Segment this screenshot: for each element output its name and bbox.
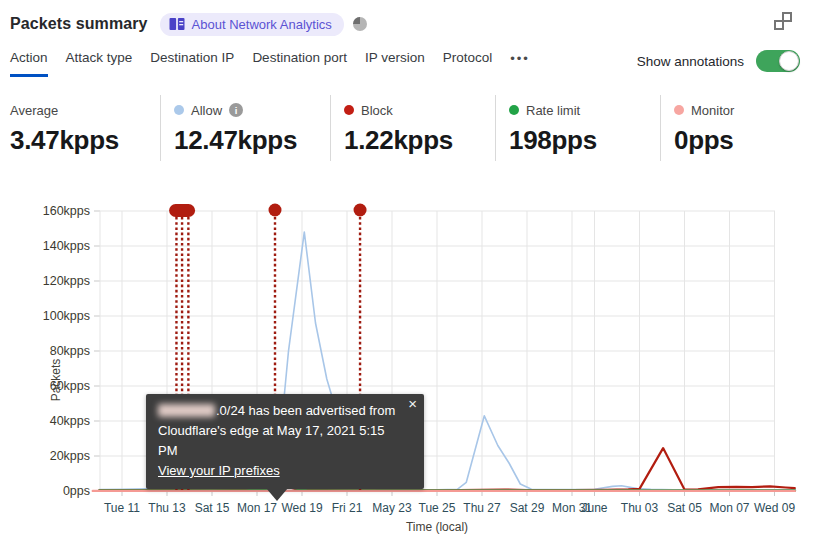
svg-text:Tue 11: Tue 11 — [104, 501, 140, 515]
tab-destination-port[interactable]: Destination port — [252, 50, 347, 77]
stat-label: Average — [10, 103, 58, 118]
svg-text:120kpps: 120kpps — [43, 274, 90, 288]
panel-header: Packets summary About Network Analytics — [10, 8, 806, 40]
svg-text:Mon 17: Mon 17 — [237, 501, 277, 515]
tooltip-line2: Cloudflare's edge at May 17, 2021 5:15 P… — [158, 421, 398, 461]
svg-text:40kpps: 40kpps — [50, 414, 90, 428]
stat-label: Block — [361, 103, 393, 118]
show-annotations-toggle[interactable] — [756, 50, 800, 72]
packets-time-series-chart: 0pps20kpps40kpps60kpps80kpps100kpps120kp… — [0, 195, 816, 545]
toggle-knob — [779, 51, 799, 71]
show-annotations-label: Show annotations — [637, 54, 744, 69]
svg-text:0pps: 0pps — [63, 484, 90, 498]
page-title: Packets summary — [10, 15, 148, 33]
dimension-tabs: Action Attack type Destination IP Destin… — [10, 50, 800, 77]
popout-square-front — [774, 20, 784, 30]
svg-text:Time (local): Time (local) — [406, 520, 468, 534]
tooltip-arrow — [266, 488, 288, 501]
network-analytics-panel: Packets summary About Network Analytics … — [0, 0, 816, 545]
close-icon[interactable]: × — [408, 395, 417, 413]
svg-text:140kpps: 140kpps — [43, 239, 90, 253]
tab-action[interactable]: Action — [10, 50, 48, 77]
tab-protocol[interactable]: Protocol — [443, 50, 493, 77]
allow-legend-dot — [174, 105, 184, 115]
svg-text:20kpps: 20kpps — [50, 449, 90, 463]
tab-ip-version[interactable]: IP version — [365, 50, 425, 77]
stat-average: Average 3.47kpps — [0, 95, 160, 161]
rate-limit-legend-dot — [509, 105, 519, 115]
view-ip-prefixes-link[interactable]: View your IP prefixes — [158, 463, 280, 478]
annotations-control: Show annotations — [637, 50, 800, 72]
tab-destination-ip[interactable]: Destination IP — [150, 50, 234, 77]
svg-text:Thu 03: Thu 03 — [621, 501, 659, 515]
annotation-tooltip: × .0/24 has been advertised from Cloudfl… — [146, 394, 424, 489]
svg-text:160kpps: 160kpps — [43, 204, 90, 218]
stat-value: 198pps — [509, 125, 660, 156]
book-icon — [169, 17, 185, 31]
block-legend-dot — [344, 105, 354, 115]
more-tabs-icon[interactable]: ••• — [510, 50, 530, 66]
popout-icon[interactable] — [774, 12, 792, 30]
stat-rate-limit: Rate limit 198pps — [495, 95, 660, 161]
svg-text:Sat 29: Sat 29 — [510, 501, 545, 515]
stat-block: Block 1.22kpps — [330, 95, 495, 161]
stat-allow: Allow i 12.47kpps — [160, 95, 330, 161]
redacted-ip-prefix — [158, 404, 215, 417]
monitor-legend-dot — [674, 105, 684, 115]
pie-timer-icon — [353, 17, 367, 31]
stat-value: 1.22kpps — [344, 125, 495, 156]
svg-text:Sat 05: Sat 05 — [667, 501, 702, 515]
svg-text:Tue 25: Tue 25 — [419, 501, 456, 515]
stat-value: 0pps — [674, 125, 816, 156]
stat-monitor: Monitor 0pps — [660, 95, 816, 161]
svg-text:Fri 21: Fri 21 — [332, 501, 363, 515]
summary-stats: Average 3.47kpps Allow i 12.47kpps Block… — [0, 95, 816, 161]
svg-text:80kpps: 80kpps — [50, 344, 90, 358]
tab-attack-type[interactable]: Attack type — [66, 50, 133, 77]
svg-text:Wed 19: Wed 19 — [281, 501, 322, 515]
svg-text:Wed 09: Wed 09 — [754, 501, 795, 515]
svg-text:May 23: May 23 — [372, 501, 412, 515]
tooltip-line1: .0/24 has been advertised from — [158, 401, 398, 421]
svg-text:Mon 07: Mon 07 — [709, 501, 749, 515]
stat-value: 3.47kpps — [10, 125, 160, 156]
svg-text:June: June — [581, 501, 607, 515]
info-icon[interactable]: i — [229, 103, 243, 117]
stat-label: Allow — [191, 103, 222, 118]
stat-label: Monitor — [691, 103, 734, 118]
svg-text:Thu 13: Thu 13 — [148, 501, 186, 515]
svg-text:100kpps: 100kpps — [43, 309, 90, 323]
badge-label: About Network Analytics — [192, 17, 332, 32]
svg-text:Sat 15: Sat 15 — [195, 501, 230, 515]
stat-label: Rate limit — [526, 103, 580, 118]
svg-text:Thu 27: Thu 27 — [463, 501, 501, 515]
about-network-analytics-badge[interactable]: About Network Analytics — [160, 13, 344, 36]
stat-value: 12.47kpps — [174, 125, 330, 156]
svg-text:Packets: Packets — [49, 359, 63, 402]
